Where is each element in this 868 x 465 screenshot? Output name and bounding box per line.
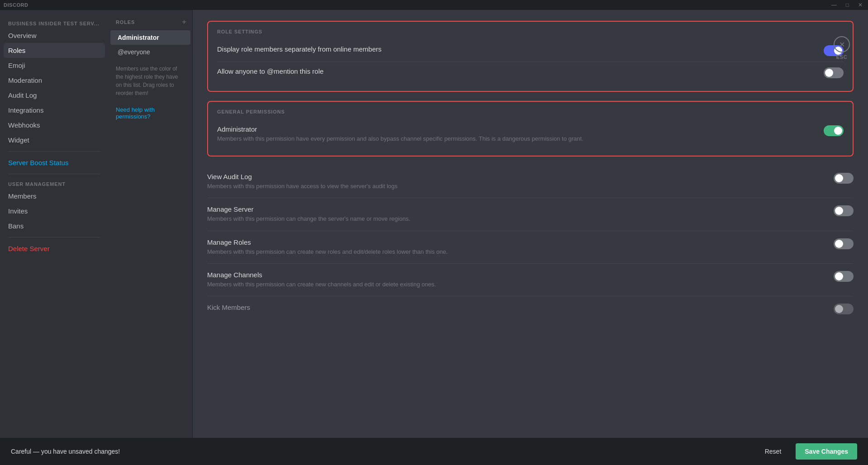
sidebar-item-webhooks[interactable]: Webhooks: [4, 118, 105, 133]
esc-label: ESC: [836, 54, 847, 60]
save-bar-message: Careful — you have unsaved changes!: [11, 448, 750, 455]
reset-button[interactable]: Reset: [758, 444, 789, 459]
permission-row-manage-server: Manage Server Members with this permissi…: [207, 198, 854, 231]
permission-name-kick-members: Kick Members: [207, 304, 825, 311]
toggle-track-manage-server: [834, 205, 854, 216]
permission-info-kick-members: Kick Members: [207, 304, 834, 313]
sidebar-item-bans[interactable]: Bans: [4, 218, 105, 233]
sidebar-item-server-boost[interactable]: Server Boost Status: [4, 155, 105, 170]
maximize-button[interactable]: □: [844, 2, 851, 8]
sidebar-divider-2: [8, 174, 100, 174]
permission-desc-view-audit-log: Members with this permission have access…: [207, 182, 825, 190]
toggle-thumb-manage-channels: [835, 272, 843, 280]
toggle-kick-members[interactable]: [834, 304, 854, 314]
permission-info-administrator: Administrator Members with this permissi…: [217, 125, 824, 143]
permission-name-allow-mention: Allow anyone to @mention this role: [217, 67, 815, 75]
permission-name-manage-roles: Manage Roles: [207, 238, 825, 246]
sidebar-item-moderation[interactable]: Moderation: [4, 73, 105, 88]
sidebar-item-emoji[interactable]: Emoji: [4, 58, 105, 73]
save-bar: Careful — you have unsaved changes! Rese…: [0, 438, 868, 465]
toggle-thumb-view-audit-log: [835, 174, 843, 182]
user-management-section-title: USER MANAGEMENT: [4, 178, 105, 189]
roles-panel-title: ROLES: [116, 19, 135, 25]
permission-info-allow-mention: Allow anyone to @mention this role: [217, 67, 824, 77]
permission-info-manage-channels: Manage Channels Members with this permis…: [207, 271, 834, 289]
permission-info-manage-server: Manage Server Members with this permissi…: [207, 205, 834, 223]
general-permissions-label: GENERAL PERMISSIONS: [217, 109, 844, 114]
sidebar-divider: [8, 151, 100, 152]
sidebar-item-roles[interactable]: Roles: [4, 43, 105, 58]
permission-info-display-separately: Display role members separately from onl…: [217, 45, 824, 55]
toggle-thumb-manage-server: [835, 207, 843, 215]
roles-panel: ROLES ＋ Administrator @everyone Members …: [109, 10, 193, 465]
toggle-allow-mention[interactable]: [824, 67, 844, 78]
sidebar-item-invites[interactable]: Invites: [4, 204, 105, 218]
permission-desc-administrator: Members with this permission have every …: [217, 135, 815, 143]
permission-row-manage-channels: Manage Channels Members with this permis…: [207, 264, 854, 296]
main-content: ROLE SETTINGS Display role members separ…: [193, 10, 868, 465]
permission-row-allow-mention: Allow anyone to @mention this role: [217, 62, 844, 84]
permission-row-display-separately: Display role members separately from onl…: [217, 40, 844, 62]
esc-button[interactable]: ✕ ESC: [834, 36, 850, 60]
toggle-track-allow-mention: [824, 67, 844, 78]
toggle-thumb-kick-members: [835, 305, 843, 313]
minimize-button[interactable]: —: [830, 2, 839, 8]
toggle-thumb-manage-roles: [835, 240, 843, 248]
titlebar: DISCORD — □ ✕: [0, 0, 868, 10]
permission-row-administrator: Administrator Members with this permissi…: [217, 120, 844, 148]
permission-row-kick-members: Kick Members: [207, 296, 854, 322]
roles-panel-header: ROLES ＋: [109, 17, 192, 30]
permission-name-display-separately: Display role members separately from onl…: [217, 45, 815, 53]
role-item-administrator[interactable]: Administrator: [110, 30, 190, 45]
role-item-everyone[interactable]: @everyone: [110, 45, 190, 59]
sidebar-divider-3: [8, 237, 100, 237]
toggle-administrator[interactable]: [824, 125, 844, 136]
sidebar-item-integrations[interactable]: Integrations: [4, 103, 105, 118]
sidebar: BUSINESS INSIDER TEST SERV... Overview R…: [0, 10, 109, 465]
app-layout: BUSINESS INSIDER TEST SERV... Overview R…: [0, 10, 868, 465]
permission-name-view-audit-log: View Audit Log: [207, 173, 825, 180]
sidebar-item-members[interactable]: Members: [4, 189, 105, 204]
toggle-thumb-administrator: [834, 127, 842, 135]
sidebar-item-overview[interactable]: Overview: [4, 28, 105, 43]
window-controls: — □ ✕: [830, 2, 864, 8]
permission-name-manage-channels: Manage Channels: [207, 271, 825, 279]
toggle-track-manage-channels: [834, 271, 854, 282]
sidebar-item-widget[interactable]: Widget: [4, 133, 105, 147]
permission-desc-manage-channels: Members with this permission can create …: [207, 280, 825, 289]
close-button[interactable]: ✕: [856, 2, 864, 8]
close-icon[interactable]: ✕: [834, 36, 850, 52]
toggle-view-audit-log[interactable]: [834, 173, 854, 184]
add-role-button[interactable]: ＋: [180, 17, 188, 27]
permission-info-view-audit-log: View Audit Log Members with this permiss…: [207, 173, 834, 190]
app-title: DISCORD: [4, 2, 28, 8]
role-settings-section: ROLE SETTINGS Display role members separ…: [207, 21, 854, 92]
permission-name-manage-server: Manage Server: [207, 205, 825, 213]
permission-name-administrator: Administrator: [217, 125, 815, 133]
sidebar-item-audit-log[interactable]: Audit Log: [4, 88, 105, 103]
save-changes-button[interactable]: Save Changes: [796, 443, 857, 460]
permission-row-manage-roles: Manage Roles Members with this permissio…: [207, 231, 854, 264]
general-permissions-section: GENERAL PERMISSIONS Administrator Member…: [207, 101, 854, 157]
toggle-track-administrator: [824, 125, 844, 136]
toggle-manage-channels[interactable]: [834, 271, 854, 282]
permission-row-view-audit-log: View Audit Log Members with this permiss…: [207, 166, 854, 198]
toggle-track-view-audit-log: [834, 173, 854, 184]
permission-desc-manage-server: Members with this permission can change …: [207, 215, 825, 223]
toggle-manage-roles[interactable]: [834, 238, 854, 249]
server-section-title: BUSINESS INSIDER TEST SERV...: [4, 17, 105, 28]
role-settings-label: ROLE SETTINGS: [217, 29, 844, 34]
toggle-track-manage-roles: [834, 238, 854, 249]
permission-desc-manage-roles: Members with this permission can create …: [207, 248, 825, 256]
roles-description: Members use the color of the highest rol…: [109, 59, 192, 103]
toggle-thumb-allow-mention: [825, 69, 833, 77]
sidebar-item-delete-server[interactable]: Delete Server: [4, 241, 105, 256]
roles-help-link[interactable]: Need help with permissions?: [109, 103, 192, 123]
toggle-track-kick-members: [834, 304, 854, 314]
toggle-manage-server[interactable]: [834, 205, 854, 216]
permission-info-manage-roles: Manage Roles Members with this permissio…: [207, 238, 834, 256]
